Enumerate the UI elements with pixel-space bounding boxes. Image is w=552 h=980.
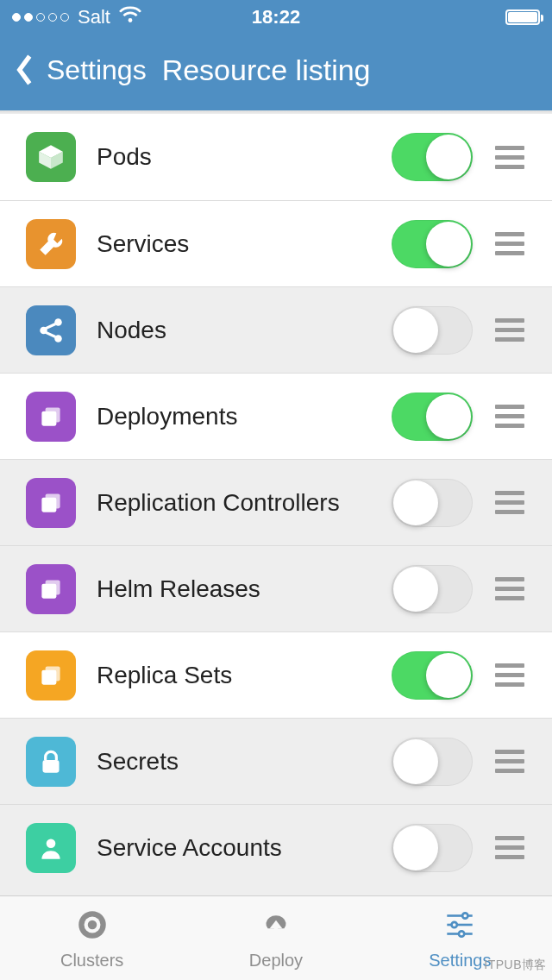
reorder-handle[interactable] [493, 577, 526, 600]
resource-row-replication-controllers: Replication Controllers [0, 459, 552, 545]
svg-point-29 [459, 931, 464, 936]
resource-row-services: Services [0, 200, 552, 286]
stack-icon [26, 478, 76, 528]
nav-bar: Settings Resource listing [0, 35, 552, 110]
resource-label: Secrets [97, 748, 371, 776]
resource-list: PodsServicesNodesDeploymentsReplication … [0, 114, 552, 890]
tab-deploy[interactable]: Deploy [184, 896, 367, 980]
toggle-pods[interactable] [392, 133, 473, 181]
resource-label: Service Accounts [97, 834, 371, 862]
svg-point-18 [47, 839, 56, 848]
toggle-replica-sets[interactable] [392, 651, 473, 700]
resource-label: Replica Sets [97, 662, 371, 689]
signal-dots-icon [12, 13, 69, 22]
settings-sliders-icon [442, 907, 478, 947]
tab-bar: Clusters Deploy Settings [0, 895, 552, 980]
tab-label: Clusters [60, 951, 123, 971]
resource-row-replica-sets: Replica Sets [0, 631, 552, 718]
resource-row-nodes: Nodes [0, 286, 552, 373]
stack-icon [26, 564, 76, 614]
resource-label: Replication Controllers [97, 489, 371, 517]
toggle-services[interactable] [392, 220, 473, 268]
resource-label: Services [97, 230, 371, 258]
resource-label: Pods [97, 143, 371, 171]
resource-row-secrets: Secrets [0, 718, 552, 804]
reorder-handle[interactable] [493, 491, 526, 514]
back-label[interactable]: Settings [47, 54, 147, 86]
page-title: Resource listing [162, 53, 371, 87]
svg-rect-12 [41, 497, 56, 512]
resource-label: Helm Releases [97, 575, 371, 603]
tab-clusters[interactable]: Clusters [0, 896, 184, 980]
person-icon [26, 823, 76, 873]
resource-row-deployments: Deployments [0, 373, 552, 459]
reorder-handle[interactable] [493, 836, 526, 859]
toggle-nodes[interactable] [392, 306, 473, 355]
svg-point-21 [87, 920, 97, 929]
reorder-handle[interactable] [493, 318, 526, 342]
toggle-deployments[interactable] [392, 393, 473, 441]
svg-rect-23 [274, 927, 278, 932]
toggle-service-accounts[interactable] [392, 824, 473, 872]
battery-icon [505, 9, 540, 25]
svg-line-7 [46, 324, 56, 328]
toggle-helm-releases[interactable] [392, 565, 473, 613]
tab-label: Deploy [249, 951, 303, 971]
tab-label: Settings [429, 951, 491, 971]
reorder-handle[interactable] [493, 750, 526, 773]
carrier-label: Salt [78, 6, 110, 28]
wrench-icon [26, 219, 76, 269]
deploy-icon [258, 907, 294, 947]
svg-point-0 [129, 18, 133, 22]
svg-point-25 [462, 913, 467, 918]
reorder-handle[interactable] [493, 405, 526, 428]
svg-rect-14 [41, 583, 56, 598]
resource-row-service-accounts: Service Accounts [0, 804, 552, 890]
stack-icon [26, 392, 76, 442]
resource-row-pods: Pods [0, 114, 552, 200]
stack-icon [26, 650, 76, 700]
status-bar: Salt 18:22 [0, 0, 552, 35]
reorder-handle[interactable] [493, 232, 526, 255]
reorder-handle[interactable] [493, 663, 526, 687]
toggle-secrets[interactable] [392, 738, 473, 786]
back-button[interactable] [12, 51, 38, 89]
svg-rect-16 [41, 669, 56, 684]
toggle-replication-controllers[interactable] [392, 479, 473, 527]
resource-label: Nodes [97, 317, 371, 344]
wifi-icon [119, 6, 141, 28]
share-icon [26, 305, 76, 355]
status-time: 18:22 [252, 6, 300, 28]
reorder-handle[interactable] [493, 146, 526, 169]
watermark: ITPUB博客 [484, 958, 547, 973]
clusters-icon [74, 907, 110, 947]
cube-icon [26, 132, 76, 182]
svg-rect-10 [41, 411, 56, 425]
resource-row-helm-releases: Helm Releases [0, 545, 552, 631]
svg-point-27 [452, 921, 457, 927]
lock-icon [26, 737, 76, 787]
svg-line-8 [46, 332, 56, 336]
resource-label: Deployments [97, 403, 371, 430]
svg-rect-17 [42, 759, 59, 772]
